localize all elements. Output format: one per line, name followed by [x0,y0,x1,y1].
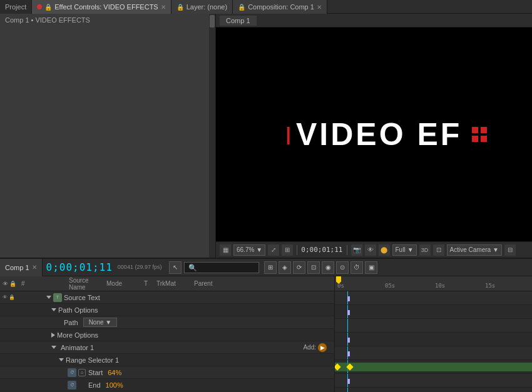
add-btn[interactable]: ▶ [318,343,327,352]
video-ef-container: | VIDEO EF [286,116,463,153]
tab-project[interactable]: Project [0,0,32,14]
row-range: Range Selector 1 [31,356,119,364]
timeline-content: 👁 🔒 # Source Name Mode T TrkMat Parent 👁… [0,276,532,392]
quality-dropdown[interactable]: Full ▼ [392,244,417,256]
header-mode: Mode [106,280,144,287]
camera-snap-icon[interactable]: 📷 [351,244,362,256]
triangle-more-options[interactable] [51,333,55,338]
start-label: Start [88,369,103,376]
tab-layer[interactable]: 🔒 Layer: (none) [171,0,233,14]
timeline-tracks: 0s 05s 10s 15s [335,276,532,392]
row-start: ⏱ ⌂ Start 64% [31,368,332,377]
ruler-0s: 0s [337,283,344,289]
row-controls-1: 👁 🔒 [3,294,21,300]
path-value[interactable]: None ▼ [83,318,118,327]
color-icon[interactable]: ⬤ [379,244,390,256]
timeline-timecode: 0;00;01;11 [46,261,113,273]
tab-effect-controls[interactable]: 🔒 Effect Controls: VIDEO EFFECTS ✕ [32,0,171,14]
start-value[interactable]: 64% [108,369,121,376]
track-range-selector1 [335,360,532,374]
row-indent-2: Path Options [31,306,98,314]
path-label: Path [64,319,78,326]
comp-lock-icon: 🔒 [238,4,245,11]
timeline-tool-8[interactable]: ▣ [365,261,377,274]
fit-icon[interactable]: ⤢ [268,244,279,256]
effect-controls-close[interactable]: ✕ [161,4,166,11]
timeline-tab-close[interactable]: ✕ [32,264,37,271]
header-eye: 👁 [3,281,8,287]
timeline-tool-1[interactable]: ⊞ [264,261,277,274]
triangle-range-selector1[interactable] [59,358,64,361]
camera-dropdown[interactable]: Active Camera ▼ [447,244,502,256]
effect-controls-content: Comp 1 • VIDEO EFFECTS [0,14,215,258]
eye-icon-1[interactable]: 👁 [3,294,8,300]
timeline-tool-4[interactable]: ⊡ [307,261,320,274]
time-ruler: 0s 05s 10s 15s [335,276,532,291]
timeline-tool-3[interactable]: ⟳ [293,261,305,274]
row-animator: Animator 1 Add: ▶ [31,343,332,352]
path-options-label: Path Options [58,306,98,314]
composition-label: Composition: Comp 1 [248,3,314,11]
sep1 [297,245,297,255]
comp-toolbar: ▦ 66.7% ▼ ⤢ ⊞ 0;00;01;11 📷 👁 ⬤ Full ▼ 3D… [216,241,532,258]
grid-icon[interactable]: ⊞ [282,244,293,256]
header-source-name: Source Name [31,277,106,291]
start-keyframe-toggle[interactable]: ⌂ [78,369,86,376]
left-scrollbar[interactable] [209,14,215,258]
track-more-options [335,333,532,346]
timeline-tool-2[interactable]: ◈ [279,261,291,274]
render-icon[interactable]: ⊡ [433,244,444,256]
layer-row-source-text: 👁 🔒 T Source Text [0,291,334,304]
layer-row-more-options: More Options [0,329,334,341]
fps-display: 00041 (29.97 fps) [118,264,162,270]
track-bar-range [335,363,532,371]
playhead-end [347,388,348,392]
ruler-5s: 05s [385,283,395,289]
timeline-tab[interactable]: Comp 1 ✕ [0,259,43,276]
left-panel: Comp 1 • VIDEO EFFECTS [0,14,216,258]
timeline-search[interactable] [184,262,259,273]
layer-row-path: Path None ▼ [0,316,334,329]
triangle-path-options[interactable] [51,308,56,311]
source-text-icon: T [53,293,62,302]
timeline-area: Comp 1 ✕ 0;00;01;11 00041 (29.97 fps) ↖ … [0,258,532,392]
3d-icon[interactable]: 3D [419,244,431,256]
view-options-icon[interactable]: ⊟ [504,244,516,256]
comp-timecode: 0;00;01;11 [301,246,342,254]
video-word: VIDEO EF [296,116,462,153]
comp-tab-bar: Comp 1 [216,14,532,28]
breadcrumb: Comp 1 • VIDEO EFFECTS [0,14,215,26]
end-clock-icon: ⏱ [68,381,76,389]
row-path: Path None ▼ [31,318,332,327]
lock-icon-1: 🔒 [9,294,15,300]
keyframe-bracket-anim [347,351,350,356]
ruler-10s: 10s [435,283,445,289]
comp-viewport: | VIDEO EF [216,28,532,241]
comp-tab[interactable]: Comp 1 [220,16,257,26]
keyframe-bracket-source [347,296,350,301]
zoom-dropdown[interactable]: 66.7% ▼ [233,244,265,256]
end-value[interactable]: 100% [106,381,123,389]
timeline-tool-5[interactable]: ◉ [322,261,334,274]
track-end [335,388,532,392]
layer-row-animator1: Animator 1 Add: ▶ [0,341,334,354]
viewer-icon[interactable]: 👁 [365,244,376,256]
track-source-text [335,291,532,305]
timeline-tool-7[interactable]: ⏱ [350,261,363,274]
fps-info: 00041 (29.97 fps) [118,264,162,271]
timeline-tool-6[interactable]: ⊙ [336,261,349,274]
comp-close[interactable]: ✕ [317,4,322,11]
zoom-arrow: ▼ [256,246,262,253]
triangle-source-text[interactable] [46,296,51,299]
tab-composition[interactable]: 🔒 Composition: Comp 1 ✕ [233,0,327,14]
keyframe-bracket-start [347,379,350,384]
triangle-animator1[interactable] [51,346,56,349]
scrollbar-thumb[interactable] [210,15,215,28]
keyframe-bracket-more [347,338,350,343]
header-lock: 🔒 [9,281,16,287]
range-selector1-label: Range Selector 1 [66,356,119,364]
track-animator1 [335,346,532,360]
comp-settings-icon[interactable]: ▦ [220,244,231,256]
transport-icons: ↖ [169,261,182,274]
cursor-tool[interactable]: ↖ [169,261,182,274]
